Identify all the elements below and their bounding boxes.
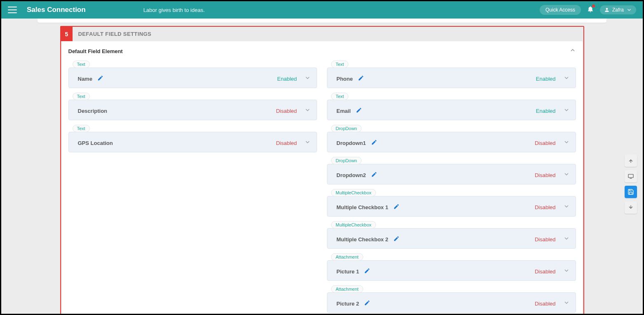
expand-field-button[interactable] [563,75,570,83]
field-status: Disabled [535,140,556,146]
card-header: 5 DEFAULT FIELD SETTINGS [61,27,583,41]
field-panel: Default Field Element TextNameEnabledTex… [62,41,583,315]
field-item: TextEmailEnabled [327,92,576,120]
field-item: MultipleCheckboxMultiple Checkbox 1Disab… [327,189,576,217]
scroll-up-button[interactable] [625,154,637,167]
notification-dot [592,5,595,7]
field-type-tag: DropDown [331,125,362,132]
edit-icon[interactable] [358,75,364,83]
chevron-down-icon [626,7,632,13]
field-item: TextPhoneEnabled [327,60,576,88]
quick-access-button[interactable]: Quick Access [540,5,581,15]
field-status: Disabled [535,204,556,210]
field-name-label: Phone [336,76,353,82]
preview-button[interactable] [625,170,637,182]
field-name-label: Picture 1 [336,268,359,275]
expand-field-button[interactable] [563,107,570,115]
field-row: EmailEnabled [327,100,576,120]
edit-icon[interactable] [97,75,103,83]
top-navigation: Sales Connection Labor gives birth to id… [1,1,643,19]
field-type-tag: Text [73,61,90,68]
field-status: Disabled [535,301,556,307]
user-icon [604,7,610,13]
expand-field-button[interactable] [304,139,311,147]
expand-field-button[interactable] [563,235,570,243]
field-status: Disabled [276,108,297,114]
field-status: Disabled [535,268,556,275]
field-row: GPS LocationDisabled [68,132,317,152]
field-type-tag: Attachment [331,285,363,293]
field-type-tag: MultipleCheckbox [331,189,376,196]
field-row: Dropdown2Disabled [327,164,576,184]
default-field-settings-card: 5 DEFAULT FIELD SETTINGS Default Field E… [60,26,584,315]
field-item: TextGPS LocationDisabled [68,124,317,152]
page-background: 5 DEFAULT FIELD SETTINGS Default Field E… [1,19,643,314]
field-item: AttachmentPicture 1Disabled [327,253,576,281]
field-type-tag: DropDown [331,157,362,164]
panel-title: Default Field Element [68,48,123,54]
field-item: DropDownDropdown2Disabled [327,156,576,184]
field-type-tag: Attachment [331,253,363,261]
user-name: Zafra [612,7,624,13]
field-name-label: Description [78,108,108,114]
menu-icon[interactable] [8,7,17,13]
field-status: Enabled [536,108,556,114]
field-type-tag: MultipleCheckbox [331,221,376,229]
edit-icon[interactable] [364,268,370,275]
brand-title: Sales Connection [27,6,86,14]
save-button[interactable] [625,186,637,198]
step-number-badge: 5 [61,27,73,41]
collapse-panel-button[interactable] [569,47,576,55]
field-name-label: Multiple Checkbox 1 [336,204,388,210]
edit-icon[interactable] [393,236,400,243]
notification-bell-icon[interactable] [587,5,594,14]
field-type-tag: Text [73,125,90,132]
field-status: Enabled [536,76,556,82]
left-field-column: TextNameEnabledTextDescriptionDisabledTe… [68,60,317,315]
edit-icon[interactable] [364,300,370,308]
field-status: Enabled [277,76,297,82]
edit-icon[interactable] [356,107,362,115]
expand-field-button[interactable] [563,171,570,179]
field-name-label: Dropdown2 [336,172,366,178]
expand-field-button[interactable] [563,299,570,308]
expand-field-button[interactable] [563,267,570,275]
section-title: DEFAULT FIELD SETTINGS [73,27,157,41]
field-row: DescriptionDisabled [68,100,317,120]
field-name-label: Picture 2 [336,301,359,307]
previous-card-edge [38,19,606,23]
field-row: NameEnabled [68,68,317,88]
field-row: Dropdown1Disabled [327,132,576,152]
side-action-rail [625,154,637,214]
edit-icon[interactable] [371,139,377,147]
field-row: Multiple Checkbox 1Disabled [327,196,576,217]
field-name-label: Dropdown1 [336,140,366,146]
expand-field-button[interactable] [304,75,311,83]
expand-field-button[interactable] [304,107,311,115]
field-item: DropDownDropdown1Disabled [327,124,576,152]
edit-icon[interactable] [371,171,377,179]
field-item: AttachmentPicture 2Disabled [327,285,576,313]
field-type-tag: Text [73,93,90,100]
svg-rect-1 [628,174,633,177]
field-type-tag: Text [331,93,348,100]
right-field-column: TextPhoneEnabledTextEmailEnabledDropDown… [327,60,576,315]
field-status: Disabled [535,172,556,178]
tagline-text: Labor gives birth to ideas. [143,7,205,13]
user-menu[interactable]: Zafra [600,5,636,14]
field-item: MultipleCheckboxMultiple Checkbox 2Disab… [327,221,576,249]
field-item: TextDescriptionDisabled [68,92,317,120]
edit-icon[interactable] [393,203,400,211]
expand-field-button[interactable] [563,203,570,211]
field-name-label: Email [336,108,351,114]
field-row: PhoneEnabled [327,68,576,88]
field-name-label: Name [78,76,92,82]
field-status: Disabled [535,236,556,243]
field-row: Multiple Checkbox 2Disabled [327,228,576,249]
field-item: TextNameEnabled [68,60,317,88]
field-name-label: GPS Location [78,140,113,146]
field-name-label: Multiple Checkbox 2 [336,236,388,243]
expand-field-button[interactable] [563,139,570,147]
field-row: Picture 2Disabled [327,292,576,313]
scroll-down-button[interactable] [625,201,637,214]
